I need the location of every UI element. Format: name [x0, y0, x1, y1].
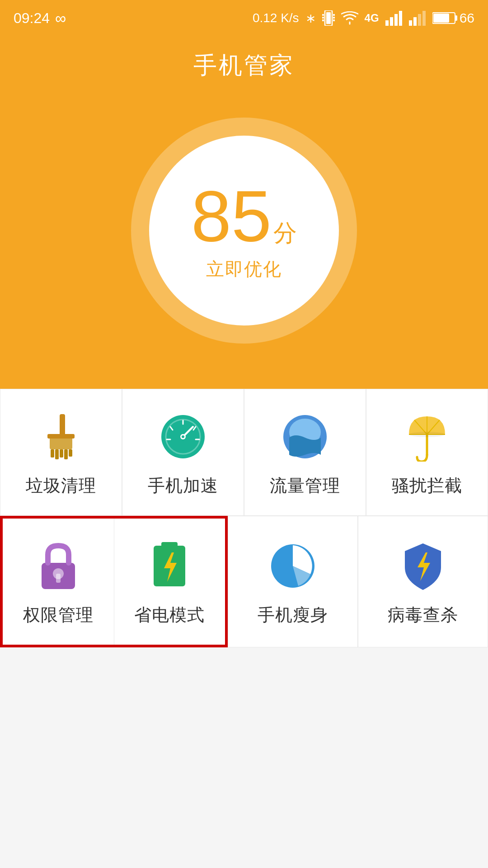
trash-clean-label: 垃圾清理 [26, 474, 96, 497]
optimize-label: 立即优化 [206, 257, 282, 282]
phone-slim-icon [268, 541, 318, 591]
optimize-button[interactable]: 85 分 立即优化 [149, 136, 339, 326]
app-title: 手机管家 [0, 50, 488, 81]
block-harass-label: 骚扰拦截 [392, 474, 462, 497]
phone-slim-label: 手机瘦身 [258, 604, 328, 627]
phone-speed-item[interactable]: 手机加速 [122, 389, 244, 516]
status-right: 0.12 K/s ∗ 4G [253, 10, 474, 26]
svg-rect-24 [64, 449, 68, 459]
block-harass-icon [402, 412, 452, 462]
perm-mgmt-label: 权限管理 [23, 604, 94, 627]
score-display: 85 分 [191, 180, 297, 252]
signal-bars2-icon [409, 10, 426, 26]
svg-rect-48 [56, 574, 61, 583]
outer-circle: 85 分 立即优化 [131, 118, 357, 344]
infinity-icon: ∞ [55, 9, 66, 27]
svg-rect-6 [333, 17, 335, 19]
virus-scan-icon [398, 541, 448, 591]
perm-mgmt-icon [33, 541, 83, 591]
svg-rect-1 [326, 12, 331, 24]
svg-rect-4 [322, 19, 324, 21]
power-save-item[interactable]: 省电模式 [114, 519, 225, 645]
trash-clean-icon [36, 412, 86, 462]
svg-rect-26 [47, 434, 75, 439]
virus-scan-item[interactable]: 病毒查杀 [358, 516, 488, 647]
svg-rect-13 [413, 17, 417, 26]
trash-clean-item[interactable]: 垃圾清理 [0, 389, 122, 516]
svg-point-45 [409, 432, 445, 437]
phone-speed-icon [158, 412, 208, 462]
grid-row-1: 垃圾清理 [0, 389, 488, 516]
score-number: 85 [191, 180, 272, 252]
bluetooth-icon: ∗ [305, 11, 316, 26]
data-mgmt-item[interactable]: 流量管理 [244, 389, 366, 516]
svg-rect-21 [51, 449, 54, 458]
svg-rect-25 [69, 449, 72, 457]
app-header: 手机管家 [0, 36, 488, 90]
speed-indicator: 0.12 K/s [253, 11, 299, 25]
svg-rect-12 [409, 20, 412, 26]
time-display: 09:24 [14, 10, 50, 27]
battery-icon: 66 [432, 10, 474, 26]
svg-rect-8 [385, 20, 389, 26]
svg-rect-5 [333, 14, 335, 16]
svg-rect-18 [433, 14, 449, 23]
svg-rect-3 [322, 17, 324, 19]
svg-point-36 [182, 435, 184, 438]
svg-rect-11 [399, 11, 402, 26]
svg-rect-23 [60, 449, 63, 458]
vibrate-icon [322, 10, 335, 26]
data-mgmt-icon [280, 412, 330, 462]
svg-rect-10 [394, 14, 398, 26]
svg-rect-17 [455, 15, 457, 21]
svg-rect-15 [422, 11, 426, 26]
wifi-icon [341, 11, 358, 25]
phone-slim-item[interactable]: 手机瘦身 [228, 516, 358, 647]
battery-level: 66 [460, 10, 474, 26]
status-left: 09:24 ∞ [14, 9, 66, 27]
hero-section: 85 分 立即优化 [0, 90, 488, 389]
phone-speed-label: 手机加速 [148, 474, 218, 497]
virus-scan-label: 病毒查杀 [388, 604, 458, 627]
svg-rect-14 [418, 14, 421, 26]
power-save-label: 省电模式 [134, 604, 205, 627]
perm-mgmt-item[interactable]: 权限管理 [3, 519, 114, 645]
signal-4g-icon: 4G [365, 12, 379, 24]
svg-rect-7 [333, 19, 335, 21]
svg-rect-50 [161, 542, 178, 547]
signal-bars-icon [385, 10, 403, 26]
block-harass-item[interactable]: 骚扰拦截 [366, 389, 488, 516]
svg-rect-9 [390, 17, 393, 26]
feature-grid: 垃圾清理 [0, 389, 488, 647]
data-mgmt-label: 流量管理 [270, 474, 340, 497]
grid-row-2: 权限管理 省电模式 [0, 516, 488, 647]
svg-rect-22 [55, 449, 59, 459]
score-unit: 分 [273, 217, 297, 249]
svg-rect-2 [322, 14, 324, 16]
svg-rect-19 [60, 414, 65, 437]
power-save-icon [145, 541, 194, 591]
status-bar: 09:24 ∞ 0.12 K/s ∗ [0, 0, 488, 36]
